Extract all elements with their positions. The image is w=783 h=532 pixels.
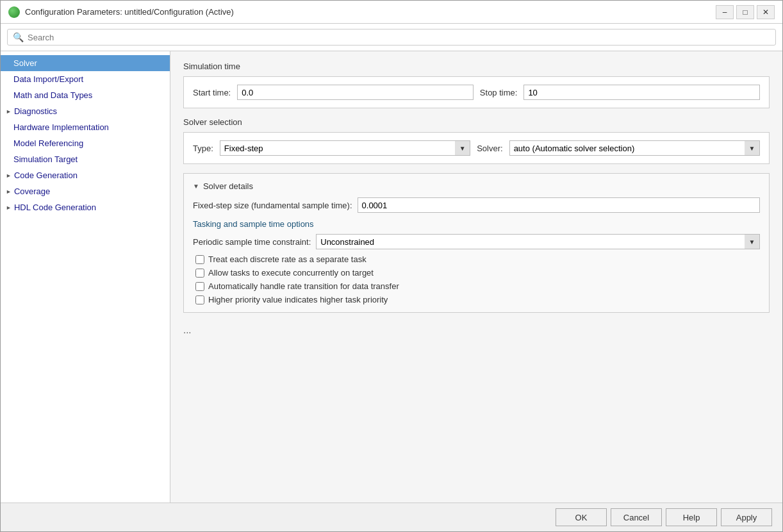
higher-priority-checkbox[interactable] [195, 295, 204, 304]
checkbox-higher-priority: Higher priority value indicates higher t… [193, 295, 760, 304]
solver-type-row: Type: Fixed-step Variable-step ▼ Solver:… [193, 140, 760, 156]
sidebar-item-simulation-target[interactable]: Simulation Target [1, 151, 170, 167]
solver-dropdown-wrapper: auto (Automatic solver selection) ode1 (… [509, 140, 760, 156]
solver-label: Solver: [477, 144, 502, 153]
type-dropdown-wrapper: Fixed-step Variable-step ▼ [220, 140, 470, 156]
title-controls: – □ ✕ [716, 5, 775, 19]
search-wrapper: 🔍 [7, 29, 776, 46]
auto-handle-label: Automatically handle rate transition for… [208, 281, 399, 291]
close-button[interactable]: ✕ [757, 5, 775, 19]
solver-selection-title: Solver selection [183, 117, 770, 127]
ok-button[interactable]: OK [556, 508, 607, 526]
main-window: Configuration Parameters: untitled/Confi… [0, 0, 783, 532]
start-time-input[interactable] [237, 85, 474, 100]
sidebar-item-hardware-implementation[interactable]: Hardware Implementation [1, 119, 170, 135]
sidebar-item-math-data-types[interactable]: Math and Data Types [1, 87, 170, 103]
sidebar-item-diagnostics[interactable]: ► Diagnostics [1, 103, 170, 119]
solver-selection-panel: Type: Fixed-step Variable-step ▼ Solver:… [183, 132, 770, 164]
treat-discrete-label: Treat each discrete rate as a separate t… [208, 254, 367, 264]
help-button[interactable]: Help [666, 508, 717, 526]
fixed-step-row: Fixed-step size (fundamental sample time… [193, 197, 760, 213]
minimize-button[interactable]: – [716, 5, 734, 19]
solver-selection-section: Solver selection Type: Fixed-step Variab… [183, 117, 770, 164]
main-content: Solver Data Import/Export Math and Data … [1, 51, 782, 503]
allow-concurrent-label: Allow tasks to execute concurrently on t… [208, 268, 374, 278]
start-time-label: Start time: [193, 88, 231, 97]
solver-details-header: ▼ Solver details [193, 181, 760, 191]
stop-time-input[interactable] [523, 85, 760, 100]
checkbox-treat-discrete: Treat each discrete rate as a separate t… [193, 254, 760, 264]
code-gen-arrow-icon: ► [6, 172, 12, 179]
type-select[interactable]: Fixed-step Variable-step [220, 140, 470, 156]
sidebar-item-model-referencing[interactable]: Model Referencing [1, 135, 170, 151]
type-label: Type: [193, 144, 213, 153]
tasking-title: Tasking and sample time options [193, 219, 760, 229]
constraint-row: Periodic sample time constraint: Unconst… [193, 234, 760, 249]
simulation-time-section: Simulation time Start time: Stop time: [183, 62, 770, 108]
content-area: Simulation time Start time: Stop time: S… [170, 51, 782, 503]
search-input[interactable] [28, 33, 770, 42]
solver-details-panel: ▼ Solver details Fixed-step size (fundam… [183, 173, 770, 313]
time-row: Start time: Stop time: [193, 85, 760, 100]
constraint-select[interactable]: Unconstrained Specified Ensure sample ti… [316, 234, 760, 249]
search-bar: 🔍 [1, 24, 782, 51]
maximize-button[interactable]: □ [736, 5, 754, 19]
solver-details-section: ▼ Solver details Fixed-step size (fundam… [183, 173, 770, 313]
stop-time-label: Stop time: [480, 88, 518, 97]
apply-button[interactable]: Apply [721, 508, 772, 526]
sidebar-item-data-import-export[interactable]: Data Import/Export [1, 71, 170, 87]
diagnostics-arrow-icon: ► [6, 108, 12, 115]
sidebar-item-solver[interactable]: Solver [1, 55, 170, 71]
solver-select[interactable]: auto (Automatic solver selection) ode1 (… [509, 140, 760, 156]
auto-handle-checkbox[interactable] [195, 282, 204, 291]
coverage-arrow-icon: ► [6, 188, 12, 195]
checkbox-auto-handle: Automatically handle rate transition for… [193, 281, 760, 291]
app-icon [8, 6, 20, 18]
sidebar-item-coverage[interactable]: ► Coverage [1, 183, 170, 199]
solver-details-title: Solver details [203, 181, 253, 191]
periodic-label: Periodic sample time constraint: [193, 237, 311, 247]
tasking-section: Tasking and sample time options Periodic… [193, 219, 760, 304]
fixed-step-input[interactable] [358, 197, 760, 213]
solver-details-collapse-icon[interactable]: ▼ [193, 183, 199, 190]
title-bar-left: Configuration Parameters: untitled/Confi… [8, 6, 234, 18]
ellipsis: ... [183, 322, 770, 338]
sidebar: Solver Data Import/Export Math and Data … [1, 51, 170, 503]
footer: OK Cancel Help Apply [1, 503, 782, 531]
hdl-arrow-icon: ► [6, 204, 12, 211]
allow-concurrent-checkbox[interactable] [195, 269, 204, 278]
treat-discrete-checkbox[interactable] [195, 255, 204, 264]
title-bar: Configuration Parameters: untitled/Confi… [1, 1, 782, 24]
search-icon: 🔍 [13, 32, 24, 42]
sidebar-item-code-generation[interactable]: ► Code Generation [1, 167, 170, 183]
simulation-time-title: Simulation time [183, 62, 770, 71]
higher-priority-label: Higher priority value indicates higher t… [208, 295, 388, 304]
fixed-step-label: Fixed-step size (fundamental sample time… [193, 201, 352, 210]
constraint-dropdown-wrapper: Unconstrained Specified Ensure sample ti… [316, 234, 760, 249]
window-title: Configuration Parameters: untitled/Confi… [25, 7, 234, 17]
sidebar-item-hdl-code-generation[interactable]: ► HDL Code Generation [1, 199, 170, 215]
simulation-time-panel: Start time: Stop time: [183, 76, 770, 108]
checkbox-allow-concurrent: Allow tasks to execute concurrently on t… [193, 268, 760, 278]
cancel-button[interactable]: Cancel [611, 508, 662, 526]
